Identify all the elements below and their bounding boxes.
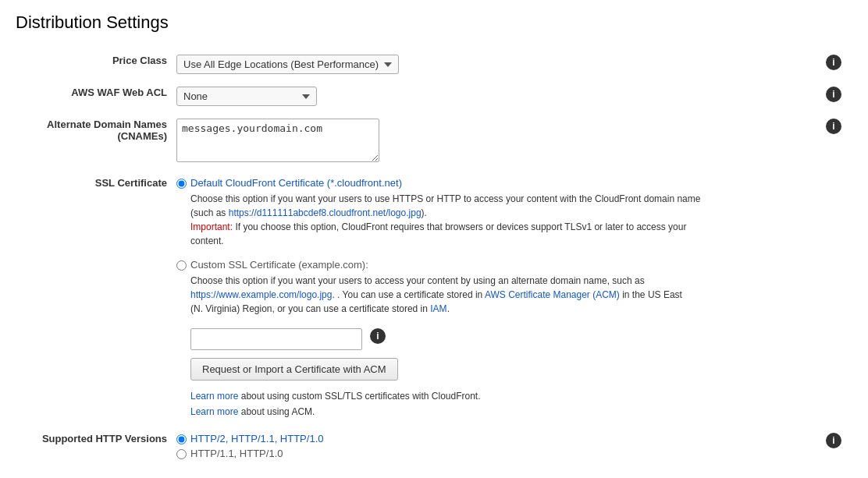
ssl-custom-description: Choose this option if you want your user… xyxy=(190,274,721,316)
cname-info-cell: i xyxy=(821,112,852,171)
ssl-acm-link[interactable]: AWS Certificate Manager (ACM) xyxy=(485,289,620,300)
learn-more-acm-line: Learn more about using ACM. xyxy=(190,404,816,420)
ssl-default-label[interactable]: Default CloudFront Certificate (*.cloudf… xyxy=(190,177,402,189)
price-class-info-cell: i xyxy=(821,48,852,80)
cert-input-field[interactable] xyxy=(190,328,362,350)
ssl-certificate-label: SSL Certificate xyxy=(16,171,172,427)
price-class-label: Price Class xyxy=(16,48,172,80)
http-v2-option: HTTP/2, HTTP/1.1, HTTP/1.0 xyxy=(176,433,816,444)
learn-more-ssl-line: Learn more about using custom SSL/TLS ce… xyxy=(190,388,816,404)
ssl-custom-example-link[interactable]: https://www.example.com/logo.jpg xyxy=(190,289,332,300)
http-versions-control: HTTP/2, HTTP/1.1, HTTP/1.0 HTTP/1.1, HTT… xyxy=(172,427,821,469)
acm-request-button[interactable]: Request or Import a Certificate with ACM xyxy=(190,358,398,381)
ssl-custom-radio[interactable] xyxy=(176,260,187,271)
ssl-certificate-row: SSL Certificate Default CloudFront Certi… xyxy=(16,171,852,427)
http-v1-radio[interactable] xyxy=(176,449,187,459)
waf-acl-label: AWS WAF Web ACL xyxy=(16,80,172,112)
cname-textarea[interactable]: messages.yourdomain.com xyxy=(176,119,379,162)
http-versions-row: Supported HTTP Versions HTTP/2, HTTP/1.1… xyxy=(16,427,852,469)
http-v1-option: HTTP/1.1, HTTP/1.0 xyxy=(176,448,816,459)
learn-more-ssl-link[interactable]: Learn more xyxy=(190,391,238,402)
waf-acl-info-cell: i xyxy=(821,80,852,112)
waf-acl-control: None xyxy=(172,80,821,112)
page-title: Distribution Settings xyxy=(16,12,852,33)
price-class-control: Use All Edge Locations (Best Performance… xyxy=(172,48,821,80)
learn-more-acm-link[interactable]: Learn more xyxy=(190,406,238,417)
cname-control: messages.yourdomain.com xyxy=(172,112,821,171)
ssl-default-description: Choose this option if you want your user… xyxy=(190,192,721,248)
ssl-default-link[interactable]: https://d111111abcdef8.cloudfront.net/lo… xyxy=(229,207,422,218)
learn-more-block: Learn more about using custom SSL/TLS ce… xyxy=(190,388,816,420)
cert-input-info-icon[interactable]: i xyxy=(370,328,386,344)
http-versions-info-cell: i xyxy=(821,427,852,469)
ssl-info-cell xyxy=(821,171,852,427)
acm-button-wrapper: Request or Import a Certificate with ACM xyxy=(176,350,816,381)
waf-acl-info-icon[interactable]: i xyxy=(826,87,841,102)
price-class-info-icon[interactable]: i xyxy=(826,55,841,70)
ssl-custom-label[interactable]: Custom SSL Certificate (example.com): xyxy=(190,259,368,271)
ssl-custom-option: Custom SSL Certificate (example.com): xyxy=(176,259,816,271)
ssl-default-radio[interactable] xyxy=(176,179,187,189)
http-v2-label[interactable]: HTTP/2, HTTP/1.1, HTTP/1.0 xyxy=(190,433,323,444)
ssl-iam-link[interactable]: IAM xyxy=(430,303,446,314)
http-versions-label: Supported HTTP Versions xyxy=(16,427,172,469)
cert-input-row: i xyxy=(176,322,816,350)
price-class-select[interactable]: Use All Edge Locations (Best Performance… xyxy=(176,55,399,74)
cname-info-icon[interactable]: i xyxy=(826,119,841,134)
waf-acl-row: AWS WAF Web ACL None i xyxy=(16,80,852,112)
cname-row: Alternate Domain Names (CNAMEs) messages… xyxy=(16,112,852,171)
ssl-default-option: Default CloudFront Certificate (*.cloudf… xyxy=(176,177,816,189)
waf-acl-select[interactable]: None xyxy=(176,87,317,106)
http-v2-radio[interactable] xyxy=(176,434,187,444)
cname-label: Alternate Domain Names (CNAMEs) xyxy=(16,112,172,171)
price-class-row: Price Class Use All Edge Locations (Best… xyxy=(16,48,852,80)
http-v1-label[interactable]: HTTP/1.1, HTTP/1.0 xyxy=(190,448,283,459)
settings-table: Price Class Use All Edge Locations (Best… xyxy=(16,48,852,469)
http-versions-info-icon[interactable]: i xyxy=(826,433,841,448)
ssl-certificate-control: Default CloudFront Certificate (*.cloudf… xyxy=(172,171,821,427)
